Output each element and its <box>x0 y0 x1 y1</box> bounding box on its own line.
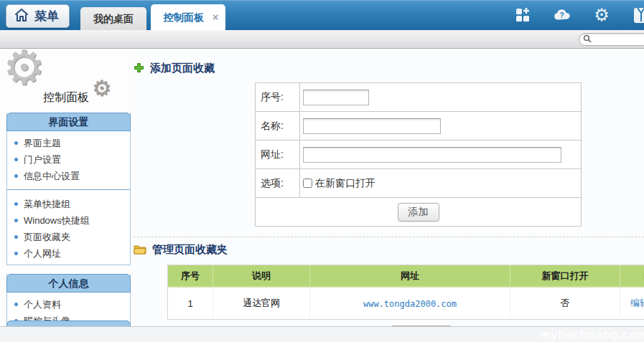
tab-control-panel-label: 控制面板 <box>164 4 204 30</box>
gears-logo-small-icon: ⚙ <box>92 77 111 99</box>
sidebar-item-infocenter[interactable]: 信息中心设置 <box>7 168 130 184</box>
sidebar-item-portal[interactable]: 门户设置 <box>7 151 130 168</box>
gears-logo-icon: ⚙ <box>3 44 45 92</box>
menu-button[interactable]: 菜单 <box>6 4 70 28</box>
table-row: 1 通达官网 www.tongda2000.com 否 编辑 | <box>168 287 644 320</box>
cell-no: 1 <box>168 287 213 320</box>
sidebar: ⚙ ⚙ 控制面板 界面设置 界面主题 门户设置 信息中心设置 菜单快捷组 Win… <box>0 49 131 326</box>
col-header-desc: 说明 <box>213 265 310 288</box>
favorite-url-link[interactable]: www.tongda2000.com <box>363 299 457 309</box>
sidebar-section-interface: 界面设置 界面主题 门户设置 信息中心设置 菜单快捷组 Windows快捷组 页… <box>6 113 131 265</box>
sidebar-divider <box>7 189 130 190</box>
tab-control-panel[interactable]: 控制面板 × <box>151 4 225 30</box>
url-input[interactable] <box>303 147 561 163</box>
topbar-icon-group: ? ⚙ <box>513 0 644 30</box>
options-label: 选项: <box>256 169 300 198</box>
settings-gear-icon[interactable]: ⚙ <box>592 6 611 24</box>
edit-link[interactable]: 编辑 | <box>630 298 644 308</box>
name-label: 名称: <box>256 112 300 141</box>
col-header-no: 序号 <box>168 265 213 288</box>
tab-my-desktop[interactable]: 我的桌面 <box>80 7 146 30</box>
topbar: 菜单 我的桌面 控制面板 × ? <box>0 0 644 30</box>
add-section-title: 添加页面收藏 <box>150 62 215 75</box>
menu-button-label: 菜单 <box>34 8 59 24</box>
home-icon <box>14 8 29 24</box>
sidebar-header-personal: 个人信息 <box>6 274 131 293</box>
help-cloud-icon[interactable]: ? <box>553 6 571 24</box>
new-window-checkbox-label: 在新窗口打开 <box>315 177 375 190</box>
sidebar-item-profile[interactable]: 个人资料 <box>7 296 130 313</box>
add-app-grid-icon[interactable] <box>513 6 532 24</box>
folder-icon <box>134 244 146 257</box>
sidebar-group-2: 菜单快捷组 Windows快捷组 页面收藏夹 个人网址 <box>7 192 130 265</box>
col-header-newwindow: 新窗口打开 <box>510 265 620 288</box>
form-row-submit: 添加 <box>256 198 582 227</box>
sidebar-logo: ⚙ ⚙ 控制面板 <box>0 49 131 113</box>
form-row-no: 序号: <box>256 83 582 112</box>
search-box[interactable] <box>579 33 644 46</box>
col-header-url: 网址 <box>310 265 510 288</box>
cell-desc: 通达官网 <box>213 287 310 320</box>
delete-all-wrap: 全部删除 <box>167 320 644 326</box>
magnifier-icon <box>583 34 592 45</box>
app-window: 菜单 我的桌面 控制面板 × ? <box>0 0 644 342</box>
cell-newwindow: 否 <box>510 287 620 320</box>
favorites-table: 序号 说明 网址 新窗口打开 操作 1 通达官网 www.tongda2000.… <box>167 265 644 320</box>
sidebar-title: 控制面板 <box>43 90 89 105</box>
tab-bar: 我的桌面 控制面板 × <box>80 4 225 30</box>
svg-text:?: ? <box>559 11 564 19</box>
theme-shirt-icon[interactable] <box>632 6 644 24</box>
add-section-head: 添加页面收藏 <box>134 62 644 75</box>
search-input[interactable] <box>594 34 640 44</box>
sidebar-item-page-favorites[interactable]: 页面收藏夹 <box>7 229 130 245</box>
favorites-table-header: 序号 说明 网址 新窗口打开 操作 <box>168 265 644 288</box>
sidebar-item-windows-shortcut[interactable]: Windows快捷组 <box>7 212 130 229</box>
form-row-options: 选项: 在新窗口打开 <box>256 169 582 198</box>
name-input[interactable] <box>303 118 441 134</box>
add-favorite-form: 序号: 名称: 网址: 选项: 在新窗口打开 <box>255 82 582 227</box>
col-header-actions: 操作 <box>620 265 644 288</box>
watermark-text: myhechuang.com <box>539 328 644 342</box>
new-window-checkbox[interactable] <box>303 179 312 188</box>
green-plus-icon <box>134 62 144 75</box>
sidebar-item-theme[interactable]: 界面主题 <box>7 135 130 151</box>
cell-actions: 编辑 | <box>620 287 644 320</box>
sidebar-group-1: 界面主题 门户设置 信息中心设置 <box>7 131 130 187</box>
no-input[interactable] <box>303 90 369 105</box>
add-button[interactable]: 添加 <box>398 203 439 222</box>
sidebar-header-interface: 界面设置 <box>6 113 131 131</box>
sidebar-item-menu-shortcut[interactable]: 菜单快捷组 <box>7 196 130 212</box>
footer-strip: myhechuang.com <box>0 326 644 342</box>
sidebar-item-personal-url[interactable]: 个人网址 <box>7 245 130 262</box>
cell-url: www.tongda2000.com <box>310 287 510 320</box>
secondary-toolbar <box>0 30 644 49</box>
form-row-url: 网址: <box>256 141 582 169</box>
no-label: 序号: <box>256 83 300 112</box>
main-panel: 添加页面收藏 序号: 名称: 网址: 选项: <box>131 49 644 326</box>
content-area: ⚙ ⚙ 控制面板 界面设置 界面主题 门户设置 信息中心设置 菜单快捷组 Win… <box>0 49 644 326</box>
tab-close-icon[interactable]: × <box>213 12 218 22</box>
manage-section-title: 管理页面收藏夹 <box>152 243 228 257</box>
url-label: 网址: <box>256 141 300 169</box>
section-divider <box>134 237 644 237</box>
form-row-name: 名称: <box>256 112 582 141</box>
manage-section-head: 管理页面收藏夹 <box>134 243 644 257</box>
